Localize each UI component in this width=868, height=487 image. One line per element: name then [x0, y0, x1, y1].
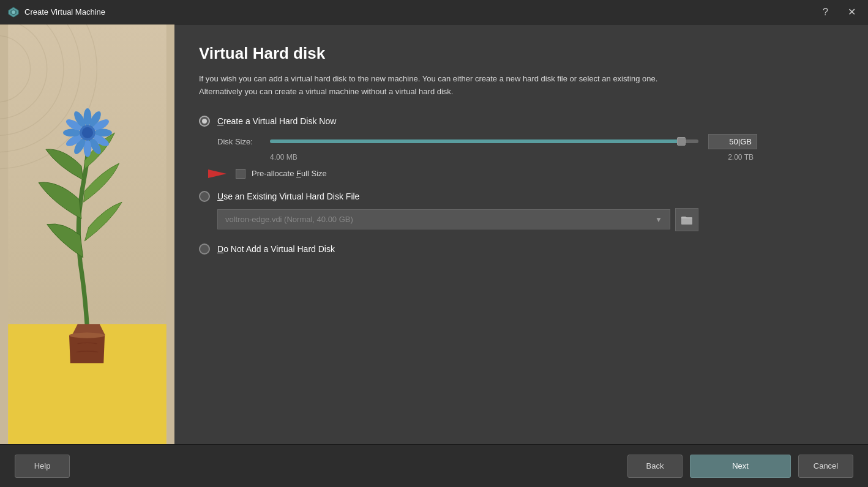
folder-icon — [681, 214, 693, 226]
next-button[interactable]: Next — [690, 455, 791, 478]
disk-size-section: Disk Size: 50|GB 4.00 MB 2.00 TB — [217, 134, 844, 179]
option-no-disk: Do Not Add a Virtual Hard Disk — [199, 244, 844, 255]
help-button[interactable]: ? — [818, 5, 833, 20]
radio-create-new[interactable] — [199, 116, 210, 127]
arrow-indicator — [174, 165, 226, 183]
slider-track[interactable] — [270, 139, 698, 143]
min-size-label: 4.00 MB — [270, 153, 297, 162]
close-button[interactable]: ✕ — [843, 5, 861, 20]
svg-marker-25 — [174, 169, 226, 178]
svg-point-2 — [12, 10, 15, 14]
label-use-existing[interactable]: Use an Existing Virtual Hard Disk File — [217, 191, 359, 201]
svg-point-24 — [69, 333, 105, 338]
disk-size-range: 4.00 MB 2.00 TB — [270, 153, 754, 162]
right-panel: Virtual Hard disk If you wish you can ad… — [174, 24, 868, 444]
radio-use-existing[interactable] — [199, 191, 210, 202]
cancel-button[interactable]: Cancel — [798, 455, 853, 478]
option-group: Create a Virtual Hard Disk Now Disk Size… — [199, 116, 844, 255]
option-create-new: Create a Virtual Hard Disk Now Disk Size… — [199, 116, 844, 179]
bottom-right: Back Next Cancel — [627, 455, 853, 478]
label-create-new[interactable]: Create a Virtual Hard Disk Now — [217, 116, 336, 126]
max-size-label: 2.00 TB — [728, 153, 754, 162]
window-controls: ? ✕ — [818, 5, 861, 20]
svg-point-23 — [82, 127, 93, 138]
app-icon — [7, 6, 20, 18]
existing-disk-section: voltron-edge.vdi (Normal, 40.00 GB) ▼ — [217, 208, 844, 231]
radio-no-disk[interactable] — [199, 244, 210, 255]
help-button[interactable]: Help — [15, 455, 70, 478]
main-content: Virtual Hard disk If you wish you can ad… — [0, 24, 868, 444]
disk-size-row: Disk Size: 50|GB — [217, 134, 844, 149]
disk-size-input[interactable]: 50|GB — [708, 134, 757, 149]
page-description: If you wish you can add a virtual hard d… — [199, 73, 701, 99]
option-row-no-disk: Do Not Add a Virtual Hard Disk — [199, 244, 844, 255]
option-use-existing: Use an Existing Virtual Hard Disk File v… — [199, 191, 844, 231]
page-title: Virtual Hard disk — [199, 44, 844, 63]
disk-file-dropdown[interactable]: voltron-edge.vdi (Normal, 40.00 GB) ▼ — [217, 209, 670, 229]
bottom-left: Help — [15, 455, 627, 478]
back-button[interactable]: Back — [627, 455, 683, 478]
title-bar: Create Virtual Machine ? ✕ — [0, 0, 868, 24]
slider-thumb[interactable] — [677, 137, 686, 146]
option-row-existing: Use an Existing Virtual Hard Disk File — [199, 191, 844, 202]
preallocate-label[interactable]: Pre-allocate Full Size — [252, 169, 327, 178]
preallocate-row: Pre-allocate Full Size — [236, 169, 844, 179]
preallocate-checkbox[interactable] — [236, 169, 245, 179]
label-no-disk[interactable]: Do Not Add a Virtual Hard Disk — [217, 244, 335, 254]
browse-button[interactable] — [675, 208, 698, 231]
window-title: Create Virtual Machine — [24, 7, 818, 17]
option-row-create: Create a Virtual Hard Disk Now — [199, 116, 844, 127]
dropdown-placeholder: voltron-edge.vdi (Normal, 40.00 GB) — [225, 215, 353, 224]
bottom-bar: Help Back Next Cancel — [0, 444, 868, 487]
disk-size-label: Disk Size: — [217, 137, 260, 146]
illustration-panel — [0, 24, 174, 444]
dropdown-arrow-icon: ▼ — [655, 215, 662, 224]
disk-size-slider-container — [270, 135, 698, 147]
